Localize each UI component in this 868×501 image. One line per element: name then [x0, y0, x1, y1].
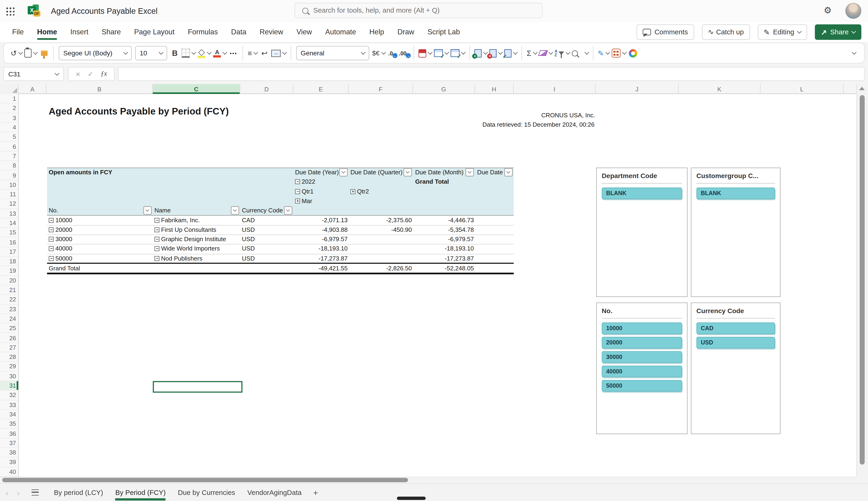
pivot-row-value[interactable]: -18,193.10 — [413, 244, 474, 254]
row-header-39[interactable]: 39 — [0, 458, 18, 467]
pivot-field-due-date-month-[interactable]: Due Date (Month) — [415, 168, 463, 177]
catch-up-button[interactable]: ∿ Catch up — [702, 24, 750, 40]
collapse-icon[interactable] — [295, 180, 300, 184]
pivot-row-value[interactable]: -4,903.88 — [293, 225, 347, 235]
pivot-caption[interactable]: Open amounts in FCY — [49, 168, 215, 177]
grand-total-value[interactable]: -2,826.50 — [349, 264, 412, 274]
insert-function-icon[interactable]: ƒx — [101, 70, 107, 78]
pivot-row-name[interactable]: Graphic Design Institute — [154, 235, 226, 244]
sheet-tab-vendoragingdata[interactable]: VendorAgingData — [241, 484, 307, 501]
paste-button[interactable] — [24, 45, 37, 61]
slicer-item[interactable]: USD — [696, 337, 775, 349]
ribbon-collapse-button[interactable] — [848, 45, 857, 61]
pivot-row-no[interactable]: 50000 — [49, 254, 72, 263]
comments-button[interactable]: Comments — [637, 24, 694, 40]
pivot-row-field-filter-dropdown[interactable] — [284, 206, 292, 215]
menu-tab-page-layout[interactable]: Page Layout — [127, 23, 181, 41]
alignment-button[interactable]: ≡ — [248, 45, 258, 61]
formula-input[interactable] — [118, 67, 865, 81]
pivot-field-filter-dropdown[interactable] — [504, 168, 513, 177]
collapse-icon[interactable] — [154, 227, 159, 232]
pivot-row-no[interactable]: 20000 — [49, 225, 72, 235]
row-header-14[interactable]: 14 — [0, 218, 18, 228]
menu-tab-draw[interactable]: Draw — [391, 23, 421, 41]
pivot-row-field-no-[interactable]: No. — [49, 206, 58, 215]
row-header-16[interactable]: 16 — [0, 237, 18, 247]
grand-total-label[interactable]: Grand Total — [49, 264, 80, 274]
delete-cells-button[interactable]: × — [490, 45, 502, 61]
row-header-32[interactable]: 32 — [0, 391, 18, 400]
menu-tab-script-lab[interactable]: Script Lab — [421, 23, 467, 41]
find-button[interactable] — [572, 45, 588, 61]
slicer-item[interactable]: 10000 — [602, 322, 682, 334]
row-header-27[interactable]: 27 — [0, 343, 18, 352]
pivot-row-currency[interactable]: USD — [242, 254, 255, 263]
sheet-list-icon[interactable] — [32, 490, 39, 495]
pivot-row-name[interactable]: First Up Consultants — [154, 225, 216, 235]
format-painter-button[interactable] — [40, 45, 49, 61]
row-header-37[interactable]: 37 — [0, 438, 18, 448]
settings-gear-icon[interactable]: ⚙ — [824, 4, 832, 17]
collapse-icon[interactable] — [154, 237, 159, 242]
pivot-row-value[interactable]: -6,979.57 — [413, 235, 474, 244]
pivot-field-filter-dropdown[interactable] — [339, 168, 348, 177]
cancel-icon[interactable]: × — [76, 70, 80, 78]
scroll-up-arrow[interactable] — [859, 87, 865, 90]
row-header-6[interactable]: 6 — [0, 142, 18, 151]
ink-button[interactable]: ✎ — [598, 45, 609, 61]
pivot-row-no[interactable]: 30000 — [49, 235, 72, 244]
pivot-field-filter-dropdown[interactable] — [404, 168, 412, 177]
row-header-2[interactable]: 2 — [0, 104, 18, 113]
pivot-row-no[interactable]: 10000 — [49, 215, 72, 225]
pivot-qtr1[interactable]: Qtr1 — [295, 187, 313, 196]
pivot-row-name[interactable]: Wide World Importers — [154, 244, 220, 254]
select-all-corner[interactable] — [0, 84, 19, 94]
borders-button[interactable] — [182, 45, 196, 61]
row-header-26[interactable]: 26 — [0, 333, 18, 343]
slicer-item[interactable]: CAD — [696, 322, 775, 334]
slicer-item[interactable]: 30000 — [602, 351, 682, 363]
menu-tab-automate[interactable]: Automate — [318, 23, 363, 41]
pivot-row-value[interactable]: -2,071.13 — [293, 215, 347, 225]
company-name[interactable]: CRONUS USA, Inc. — [429, 112, 595, 118]
row-header-28[interactable]: 28 — [0, 352, 18, 362]
column-header-e[interactable]: E — [293, 84, 349, 94]
collapse-icon[interactable] — [154, 256, 159, 261]
pivot-year-2022[interactable]: 2022 — [295, 177, 315, 187]
column-header-b[interactable]: B — [46, 84, 153, 94]
pivot-row-field-filter-dropdown[interactable] — [231, 206, 239, 215]
row-header-19[interactable]: 19 — [0, 266, 18, 276]
pivot-row-name[interactable]: Fabrikam, Inc. — [154, 215, 199, 225]
pivot-row-field-name[interactable]: Name — [154, 206, 170, 215]
pivot-month-mar[interactable]: Mar — [295, 196, 312, 206]
collapse-icon[interactable] — [49, 246, 54, 251]
row-header-20[interactable]: 20 — [0, 276, 18, 285]
cards-button[interactable] — [611, 45, 626, 61]
row-header-11[interactable]: 11 — [0, 190, 18, 199]
sheet-tab-by-period-fcy-[interactable]: By Period (FCY) — [109, 484, 172, 501]
row-header-23[interactable]: 23 — [0, 305, 18, 314]
row-header-15[interactable]: 15 — [0, 228, 18, 237]
collapse-icon[interactable] — [154, 217, 159, 223]
pivot-row-value[interactable]: -5,354.78 — [413, 225, 474, 235]
app-launcher-waffle-icon[interactable] — [6, 7, 14, 15]
pivot-row-field-currency-code[interactable]: Currency Code — [242, 206, 283, 215]
row-header-7[interactable]: 7 — [0, 151, 18, 161]
pivot-row-currency[interactable]: USD — [242, 235, 255, 244]
row-header-33[interactable]: 33 — [0, 400, 18, 409]
row-header-30[interactable]: 30 — [0, 372, 18, 381]
column-header-d[interactable]: D — [240, 84, 293, 94]
slicer-item[interactable]: BLANK — [696, 188, 775, 199]
menu-tab-view[interactable]: View — [290, 23, 318, 41]
menu-tab-insert[interactable]: Insert — [64, 23, 95, 41]
data-retrieved-caption[interactable]: Data retrieved: 15 December 2024, 00:26 — [401, 121, 594, 128]
row-header-24[interactable]: 24 — [0, 314, 18, 324]
expand-icon[interactable] — [351, 189, 355, 194]
pivot-row-value[interactable]: -2,375.60 — [349, 215, 412, 225]
column-header-g[interactable]: G — [413, 84, 475, 94]
font-size-select[interactable]: 10 — [135, 46, 167, 60]
sheet-nav-prev-icon[interactable]: ‹ — [6, 488, 8, 497]
currency-format-button[interactable]: $€ — [372, 45, 385, 61]
column-header-c[interactable]: C — [153, 84, 240, 94]
column-header-j[interactable]: J — [596, 84, 679, 94]
